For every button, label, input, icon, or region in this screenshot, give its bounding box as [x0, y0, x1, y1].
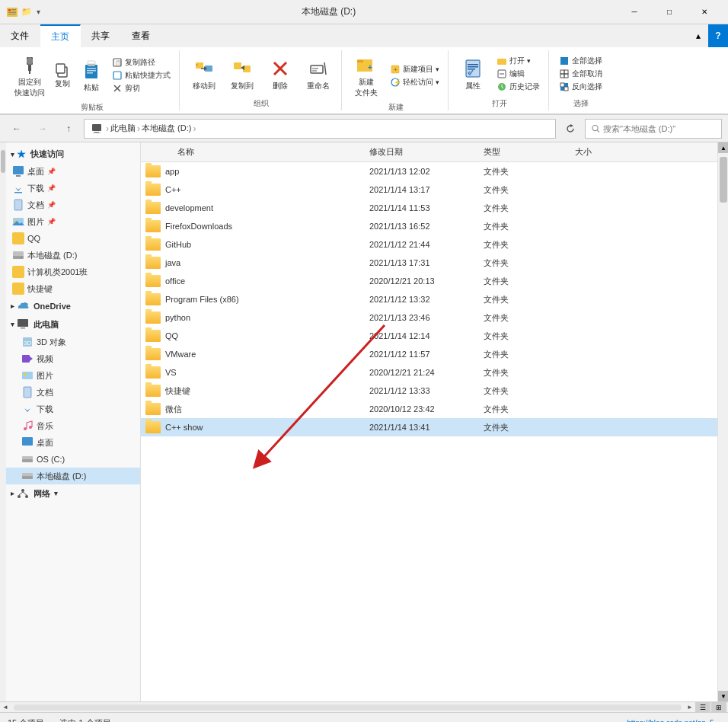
- file-type: 文件夹: [484, 367, 575, 379]
- properties-button[interactable]: 属性: [456, 54, 490, 94]
- new-folder-button[interactable]: + 新建 文件夹: [350, 50, 383, 101]
- open-button[interactable]: 打开 ▾: [494, 55, 542, 67]
- table-row[interactable]: python 2021/1/13 23:46 文件夹: [141, 308, 717, 327]
- col-header-size[interactable]: 大小: [575, 146, 636, 158]
- sidebar-item-desktop-quick[interactable]: 桌面 📌: [6, 163, 140, 180]
- invert-selection-button[interactable]: 反向选择: [557, 81, 605, 93]
- back-button[interactable]: ←: [6, 119, 27, 139]
- sidebar-item-video[interactable]: 视频: [6, 350, 140, 367]
- sidebar-item-d-drive[interactable]: 本地磁盘 (D:): [6, 468, 140, 484]
- sidebar-item-pictures-quick[interactable]: 图片 📌: [6, 213, 140, 230]
- help-button[interactable]: ?: [708, 24, 728, 47]
- file-rows: app 2021/1/13 12:02 文件夹 C++ 2021/1/14 13…: [141, 162, 717, 701]
- table-row[interactable]: development 2021/1/14 11:53 文件夹: [141, 199, 717, 217]
- select-all-button[interactable]: 全部选择: [557, 55, 605, 67]
- pin-indicator: 📌: [47, 218, 56, 225]
- tab-home[interactable]: 主页: [40, 24, 81, 47]
- table-row[interactable]: GitHub 2021/1/12 21:44 文件夹: [141, 235, 717, 254]
- forward-button[interactable]: →: [32, 119, 53, 139]
- file-list-scrollbar[interactable]: ▲ ▼: [717, 142, 728, 701]
- sidebar-item-pictures-pc[interactable]: 图片: [6, 367, 140, 384]
- table-row[interactable]: 快捷键 2021/1/12 13:33 文件夹: [141, 382, 717, 400]
- paste-shortcut-button[interactable]: 粘贴快捷方式: [110, 69, 173, 81]
- tab-view[interactable]: 查看: [121, 24, 161, 47]
- file-date: 2021/1/13 17:31: [369, 258, 484, 267]
- hscroll-left[interactable]: ◄: [0, 702, 11, 713]
- table-row-selected[interactable]: C++ show 2021/1/14 13:41 文件夹: [141, 418, 717, 436]
- sidebar-scroll-thumb[interactable]: [1, 150, 5, 173]
- ribbon-collapse-button[interactable]: ▴: [688, 24, 708, 47]
- paste-button[interactable]: 粘贴: [76, 56, 107, 95]
- history-button[interactable]: 历史记录: [494, 81, 542, 93]
- cut-button[interactable]: 剪切: [110, 82, 173, 94]
- sidebar-item-download-quick[interactable]: 下载 📌: [6, 180, 140, 196]
- col-header-type[interactable]: 类型: [484, 146, 575, 158]
- sidebar-item-d-quick[interactable]: 本地磁盘 (D:): [6, 247, 140, 264]
- sidebar-item-c-drive[interactable]: OS (C:): [6, 451, 140, 468]
- sidebar-section-onedrive[interactable]: ▸ OneDrive: [6, 297, 140, 315]
- crumb-drive[interactable]: 本地磁盘 (D:): [142, 123, 191, 134]
- refresh-button[interactable]: [560, 119, 580, 139]
- h-scrollbar[interactable]: ◄ ► ☰ ⊞: [0, 701, 728, 712]
- tab-file[interactable]: 文件: [0, 24, 40, 47]
- close-button[interactable]: ✕: [687, 0, 722, 24]
- sidebar-item-qq-quick[interactable]: QQ: [6, 230, 140, 247]
- sidebar-item-downloads-pc[interactable]: 下载: [6, 401, 140, 417]
- sidebar-item-desktop-pc[interactable]: 桌面: [6, 434, 140, 451]
- edit-button[interactable]: 编辑: [494, 68, 542, 80]
- address-box[interactable]: › 此电脑 › 本地磁盘 (D:) ›: [84, 119, 556, 139]
- new-item-button[interactable]: + 新建项目 ▾: [388, 63, 442, 75]
- sidebar-section-network[interactable]: ▸ 网络 ▾: [6, 484, 140, 503]
- pictures-pc-icon: [21, 369, 34, 382]
- copy-to-button[interactable]: 复制到: [225, 54, 259, 94]
- sidebar-item-shortcuts-quick[interactable]: 快捷键: [6, 280, 140, 297]
- col-header-date[interactable]: 修改日期: [369, 146, 484, 158]
- copy-path-button[interactable]: 📋 复制路径: [110, 56, 173, 69]
- table-row[interactable]: office 2020/12/21 20:13 文件夹: [141, 272, 717, 290]
- minimize-button[interactable]: ─: [617, 0, 652, 24]
- table-row[interactable]: VS 2020/12/21 21:24 文件夹: [141, 363, 717, 382]
- table-row[interactable]: QQ 2021/1/14 12:14 文件夹: [141, 327, 717, 345]
- sidebar-item-class-quick[interactable]: 计算机类2001班: [6, 264, 140, 280]
- scroll-thumb[interactable]: [720, 157, 727, 203]
- col-header-name[interactable]: 名称: [141, 146, 369, 158]
- sidebar-item-docs-pc[interactable]: 文档: [6, 384, 140, 401]
- hscroll-right[interactable]: ►: [685, 702, 695, 713]
- table-row[interactable]: Program Files (x86) 2021/1/12 13:32 文件夹: [141, 290, 717, 308]
- search-box[interactable]: [585, 119, 722, 139]
- sidebar-item-3d[interactable]: 3D 3D 对象: [6, 334, 140, 350]
- select-none-button[interactable]: 全部取消: [557, 68, 605, 80]
- maximize-button[interactable]: □: [652, 0, 687, 24]
- pin-to-quickaccess-button[interactable]: 固定到 快速访问: [11, 50, 49, 101]
- scroll-up-button[interactable]: ▲: [718, 142, 728, 153]
- pin-indicator: 📌: [47, 201, 56, 209]
- table-row[interactable]: 微信 2020/10/12 23:42 文件夹: [141, 400, 717, 418]
- move-icon: [193, 58, 215, 79]
- hscroll-bar[interactable]: [14, 704, 682, 711]
- up-button[interactable]: ↑: [58, 119, 79, 139]
- sidebar-section-thispc[interactable]: ▾ 此电脑: [6, 315, 140, 334]
- search-input[interactable]: [603, 124, 715, 133]
- sidebar-scroll-track[interactable]: [0, 142, 6, 701]
- table-row[interactable]: java 2021/1/13 17:31 文件夹: [141, 254, 717, 272]
- view-list-button[interactable]: ☰: [695, 702, 710, 713]
- rename-button[interactable]: 重命名: [302, 54, 335, 94]
- easy-access-button[interactable]: ⚡ 轻松访问 ▾: [388, 76, 442, 88]
- video-icon: [21, 353, 34, 365]
- scroll-down-button[interactable]: ▼: [718, 691, 728, 701]
- crumb-pc[interactable]: 此电脑: [110, 123, 136, 134]
- table-row[interactable]: C++ 2021/1/14 13:17 文件夹: [141, 180, 717, 199]
- sidebar-item-docs-quick[interactable]: 文档 📌: [6, 196, 140, 213]
- delete-button[interactable]: 删除: [263, 54, 297, 94]
- view-grid-button[interactable]: ⊞: [711, 702, 726, 713]
- scroll-track[interactable]: [718, 153, 728, 691]
- sidebar-item-music[interactable]: 音乐: [6, 417, 140, 434]
- move-to-button[interactable]: 移动到: [187, 54, 221, 94]
- table-row[interactable]: FirefoxDownloads 2021/1/13 16:52 文件夹: [141, 217, 717, 235]
- status-url[interactable]: https://blog.csdn.net/qq_5...: [627, 719, 720, 722]
- copy-button[interactable]: 复制: [52, 60, 73, 91]
- sidebar-section-quickaccess[interactable]: ▾ ★ 快速访问: [6, 145, 140, 163]
- table-row[interactable]: VMware 2021/1/12 11:57 文件夹: [141, 345, 717, 363]
- tab-share[interactable]: 共享: [81, 24, 121, 47]
- table-row[interactable]: app 2021/1/13 12:02 文件夹: [141, 162, 717, 180]
